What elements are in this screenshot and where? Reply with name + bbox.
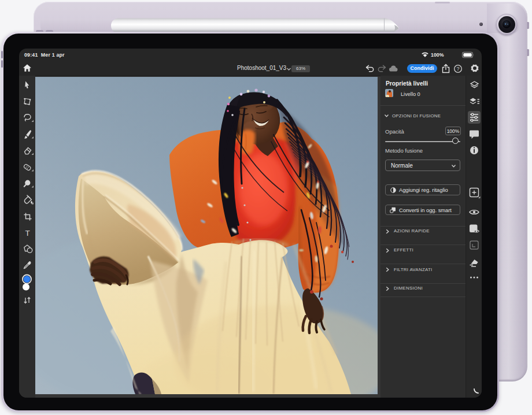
svg-text:T: T [25, 229, 29, 238]
svg-text:?: ? [456, 66, 459, 72]
